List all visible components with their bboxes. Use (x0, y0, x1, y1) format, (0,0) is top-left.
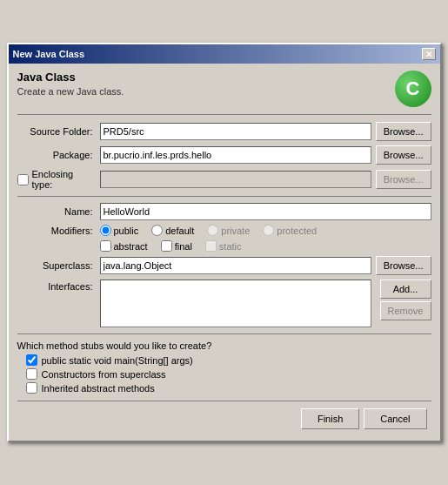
java-logo: C (395, 71, 431, 107)
modifier-default[interactable]: default (151, 225, 194, 236)
cancel-button[interactable]: Cancel (364, 408, 426, 429)
modifier-public[interactable]: public (100, 225, 139, 236)
stubs-inherited-checkbox[interactable] (26, 382, 37, 394)
dialog-body: Java Class Create a new Java class. C So… (9, 64, 440, 441)
modifier-default-radio[interactable] (151, 225, 163, 236)
interfaces-textarea[interactable] (100, 280, 371, 327)
interfaces-buttons: Add... Remove (376, 280, 431, 320)
superclass-browse-button[interactable]: Browse... (376, 256, 431, 275)
source-folder-label: Source Folder: (17, 126, 100, 137)
enclosing-row: Enclosing type: Browse... (17, 169, 431, 190)
modifier-static[interactable]: static (205, 240, 242, 252)
modifier-protected[interactable]: protected (263, 225, 317, 236)
enclosing-browse-button[interactable]: Browse... (376, 170, 431, 189)
stubs-constructor-checkbox[interactable] (26, 368, 37, 380)
modifiers-row2: abstract final static (17, 240, 431, 252)
superclass-row: Superclass: Browse... (17, 256, 431, 275)
superclass-input[interactable] (100, 257, 371, 274)
separator2 (17, 333, 431, 334)
modifier-abstract-checkbox[interactable] (100, 240, 111, 252)
modifier-public-radio[interactable] (100, 225, 111, 236)
package-row: Package: Browse... (17, 145, 431, 165)
modifiers-radio-group: public default private protected (100, 225, 318, 236)
header-subtitle: Create a new Java class. (17, 86, 124, 97)
title-bar: New Java Class ✕ (9, 44, 440, 64)
modifier-private[interactable]: private (207, 225, 250, 236)
modifier-final-checkbox[interactable] (161, 240, 172, 252)
package-label: Package: (17, 150, 100, 160)
interfaces-add-button[interactable]: Add... (380, 280, 431, 299)
stubs-main-row: public static void main(String[] args) (26, 354, 431, 366)
enclosing-label: Enclosing type: (32, 169, 93, 190)
stubs-main-checkbox[interactable] (26, 354, 37, 366)
stubs-inherited-row: Inherited abstract methods (26, 382, 431, 394)
interfaces-row: Interfaces: Add... Remove (17, 280, 431, 327)
enclosing-checkbox[interactable] (17, 174, 29, 185)
dialog-title: New Java Class (13, 49, 85, 59)
close-button[interactable]: ✕ (422, 48, 436, 60)
stubs-title: Which method stubs would you like to cre… (17, 340, 431, 351)
package-browse-button[interactable]: Browse... (376, 145, 431, 165)
enclosing-input[interactable] (100, 171, 371, 188)
stubs-section: Which method stubs would you like to cre… (17, 340, 431, 394)
modifier-static-checkbox[interactable] (205, 240, 217, 252)
footer-buttons: Finish Cancel (17, 401, 431, 434)
modifier-private-radio[interactable] (207, 225, 218, 236)
stubs-constructor-label: Constructors from superclass (42, 369, 166, 380)
superclass-label: Superclass: (17, 260, 100, 271)
source-folder-input[interactable] (100, 123, 371, 140)
stubs-constructor-row: Constructors from superclass (26, 368, 431, 380)
source-folder-browse-button[interactable]: Browse... (376, 122, 431, 141)
name-label: Name: (17, 206, 100, 217)
new-java-class-dialog: New Java Class ✕ Java Class Create a new… (7, 43, 442, 442)
finish-button[interactable]: Finish (301, 408, 359, 429)
modifiers-row1: Modifiers: public default private protec… (17, 225, 431, 236)
source-folder-row: Source Folder: Browse... (17, 122, 431, 141)
modifier-protected-radio[interactable] (263, 225, 274, 236)
separator1 (17, 196, 431, 197)
stubs-main-label: public static void main(String[] args) (42, 355, 193, 366)
header-title: Java Class (17, 71, 124, 84)
package-input[interactable] (100, 146, 371, 164)
stubs-inherited-label: Inherited abstract methods (42, 383, 155, 394)
modifiers-checkbox-group: abstract final static (100, 240, 242, 252)
name-input[interactable] (100, 203, 431, 220)
interfaces-remove-button[interactable]: Remove (380, 301, 431, 320)
header-section: Java Class Create a new Java class. C (17, 71, 431, 115)
modifier-final[interactable]: final (161, 240, 192, 252)
name-row: Name: (17, 203, 431, 220)
interfaces-label: Interfaces: (17, 280, 100, 292)
header-text: Java Class Create a new Java class. (17, 71, 124, 97)
modifier-abstract[interactable]: abstract (100, 240, 148, 252)
modifiers-label: Modifiers: (17, 226, 100, 236)
